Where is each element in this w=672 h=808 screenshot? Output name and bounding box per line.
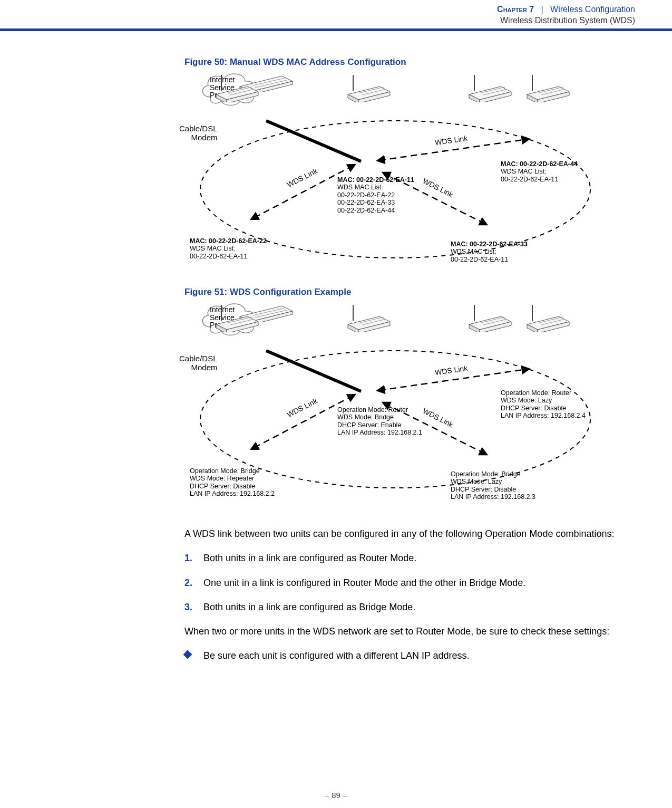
numbered-list: 1.Both units in a link are configured as… bbox=[184, 552, 630, 613]
page-number: – 89 – bbox=[0, 791, 672, 800]
chapter-subtopic: Wireless Distribution System (WDS) bbox=[497, 15, 635, 26]
ap2-right-top-label: Operation Mode: Router WDS Mode: Lazy DH… bbox=[501, 389, 586, 420]
figure51-diagram: WDS Link WDS Link WDS Link InternetServi… bbox=[184, 301, 630, 506]
ap-left-icon bbox=[211, 71, 264, 102]
ap2-left-label: Operation Mode: Bridge WDS Mode: Repeate… bbox=[190, 467, 275, 498]
ap2-left-icon bbox=[211, 301, 264, 332]
ap-left-label: MAC: 00-22-2D-62-EA-22 WDS MAC List: 00-… bbox=[190, 237, 267, 260]
modem-label: Cable/DSLModem bbox=[179, 124, 218, 142]
ap-right-bottom-label: MAC: 00-22-2D-62-EA-33 WDS MAC List: 00-… bbox=[451, 241, 528, 263]
list-item-1: 1.Both units in a link are configured as… bbox=[184, 552, 630, 564]
header-rule bbox=[0, 28, 672, 31]
modem-label-2: Cable/DSLModem bbox=[179, 354, 218, 372]
ap-right-bottom-icon bbox=[464, 71, 517, 102]
intro-paragraph: A WDS link between two units can be conf… bbox=[184, 527, 630, 540]
ap-right-top-icon bbox=[522, 71, 574, 102]
header-separator: | bbox=[537, 5, 548, 14]
bullet-item: Be sure each unit is configured with a d… bbox=[184, 649, 630, 662]
ap2-center-label: Operation Mode: Router WDS Mode: Bridge … bbox=[337, 406, 422, 437]
ap2-center-icon bbox=[343, 301, 395, 332]
paragraph-2: When two or more units in the WDS networ… bbox=[184, 625, 630, 638]
ap-right-top-label: MAC: 00-22-2D-62-EA-44 WDS MAC List: 00-… bbox=[501, 160, 578, 183]
body-text: A WDS link between two units can be conf… bbox=[184, 527, 630, 662]
ap-center-label: MAC: 00-22-2D-62-EA-11 WDS MAC List: 00-… bbox=[337, 176, 414, 214]
chapter-topic: Wireless Configuration bbox=[550, 5, 635, 14]
ap2-right-bottom-label: Operation Mode: Bridge WDS Mode: Lazy DH… bbox=[451, 470, 535, 501]
list-item-2: 2.One unit in a link is configured in Ro… bbox=[184, 576, 630, 589]
ap-center-icon bbox=[343, 71, 395, 102]
chapter-label: Chapter 7 bbox=[497, 5, 534, 14]
figure50-diagram: WDS Link WDS Link WDS Link InternetServi… bbox=[184, 71, 630, 271]
list-item-3: 3.Both units in a link are configured as… bbox=[184, 601, 630, 613]
figure50-title: Figure 50: Manual WDS MAC Address Config… bbox=[184, 57, 630, 68]
ap2-right-bottom-icon bbox=[464, 301, 517, 332]
ap2-right-top-icon bbox=[522, 301, 574, 332]
page-header: Chapter 7 | Wireless Configuration Wirel… bbox=[497, 4, 635, 26]
diamond-bullet-icon bbox=[183, 650, 192, 659]
figure51-title: Figure 51: WDS Configuration Example bbox=[184, 287, 630, 297]
